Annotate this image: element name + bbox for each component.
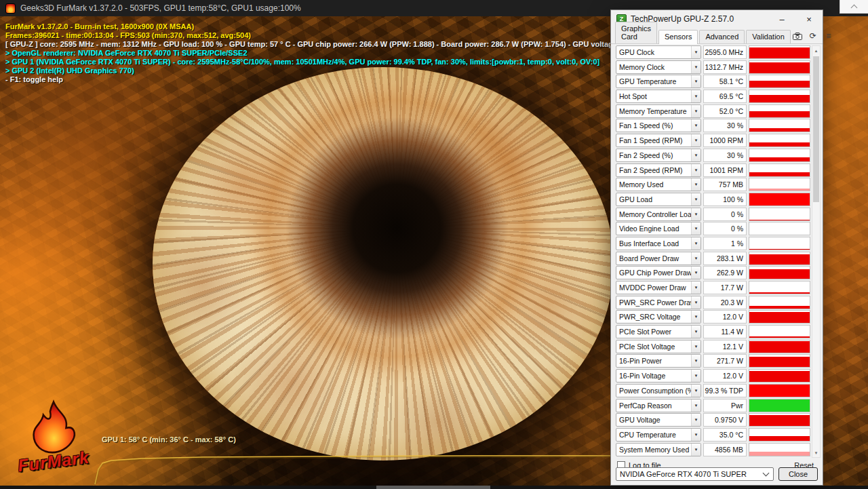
sensor-name-dropdown[interactable]: Hot Spot ▼ — [616, 90, 701, 103]
chevron-up-icon — [851, 4, 858, 11]
sensor-row: Memory Used ▼ 757 MB — [616, 178, 810, 191]
sensor-graph-fill — [749, 189, 810, 191]
sensor-name-label: Memory Temperature — [616, 107, 691, 115]
sensor-value: 4856 MB — [703, 443, 747, 456]
sensor-name-dropdown[interactable]: Power Consumption (%) ▼ — [616, 384, 701, 397]
sensor-value: 100 % — [703, 193, 747, 206]
gpu-select-value: NVIDIA GeForce RTX 4070 Ti SUPER — [620, 470, 747, 478]
sensor-row: GPU Clock ▼ 2595.0 MHz — [616, 45, 810, 59]
scrollbar-thumb[interactable] — [813, 56, 819, 202]
sensor-name-dropdown[interactable]: MVDDC Power Draw ▼ — [616, 281, 701, 294]
dropdown-arrow-icon: ▼ — [691, 90, 701, 102]
sensor-value: 283.1 W — [703, 252, 747, 265]
dropdown-arrow-icon: ▼ — [691, 444, 701, 456]
sensor-graph-fill — [749, 249, 810, 250]
vertical-scrollbar[interactable]: ▲ ▼ — [812, 45, 821, 458]
sensor-name-dropdown[interactable]: 16-Pin Voltage ▼ — [616, 369, 701, 383]
sensor-name-dropdown[interactable]: Fan 2 Speed (%) ▼ — [616, 149, 701, 162]
scroll-down-arrow-icon[interactable]: ▼ — [812, 448, 820, 457]
dropdown-arrow-icon: ▼ — [691, 105, 701, 117]
sensor-value: 20.3 W — [703, 296, 747, 309]
sensor-graph-fill — [749, 385, 810, 396]
sensor-name-dropdown[interactable]: PerfCap Reason ▼ — [616, 399, 701, 412]
tab-graphics-card[interactable]: Graphics Card — [615, 22, 657, 43]
tab-advanced[interactable]: Advanced — [699, 30, 745, 43]
sensor-value: 1 % — [703, 237, 747, 250]
sensor-row: Memory Clock ▼ 1312.7 MHz — [616, 60, 810, 74]
close-button[interactable]: Close — [778, 467, 818, 481]
refresh-icon[interactable]: ⟳ — [808, 31, 818, 41]
sensor-history-graph — [749, 237, 810, 250]
dropdown-arrow-icon: ▼ — [691, 252, 701, 265]
sensor-value: 0 % — [703, 222, 747, 235]
sensor-name-dropdown[interactable]: Memory Used ▼ — [616, 178, 701, 191]
sensor-name-dropdown[interactable]: GPU Voltage ▼ — [616, 413, 701, 427]
screenshot-camera-icon[interactable] — [792, 31, 803, 41]
sensor-name-dropdown[interactable]: Memory Clock ▼ — [616, 60, 701, 74]
sensor-name-dropdown[interactable]: GPU Clock ▼ — [616, 45, 701, 59]
gpu-temp-graph-label: GPU 1: 58° C (min: 36° C - max: 58° C) — [102, 435, 236, 444]
furmark-app-icon — [5, 3, 16, 14]
sensor-name-dropdown[interactable]: Fan 2 Speed (RPM) ▼ — [616, 163, 701, 177]
sensor-name-dropdown[interactable]: Memory Temperature ▼ — [616, 104, 701, 118]
tab-label: Validation — [752, 33, 785, 41]
scroll-up-button[interactable] — [840, 0, 868, 14]
sensor-name-dropdown[interactable]: Fan 1 Speed (%) ▼ — [616, 119, 701, 132]
sensor-name-dropdown[interactable]: GPU Chip Power Draw ▼ — [616, 266, 701, 279]
dropdown-arrow-icon: ▼ — [691, 399, 701, 412]
sensor-graph-fill — [749, 47, 810, 58]
gpuz-window: Z TechPowerUp GPU-Z 2.57.0 – × Graphics … — [610, 9, 823, 486]
sensor-name-dropdown[interactable]: PWR_SRC Voltage ▼ — [616, 310, 701, 324]
horizontal-scrollbar[interactable] — [0, 486, 868, 489]
sensor-row: GPU Voltage ▼ 0.9750 V — [616, 413, 810, 427]
sensor-name-dropdown[interactable]: GPU Load ▼ — [616, 193, 701, 206]
tab-label: Advanced — [705, 33, 738, 41]
gpuz-bottom-row: NVIDIA GeForce RTX 4070 Ti SUPER Close — [616, 467, 818, 481]
sensor-name-label: Fan 2 Speed (%) — [616, 151, 691, 159]
sensor-name-dropdown[interactable]: Bus Interface Load ▼ — [616, 237, 701, 250]
scroll-up-arrow-icon[interactable]: ▲ — [812, 46, 820, 55]
sensor-name-dropdown[interactable]: Board Power Draw ▼ — [616, 252, 701, 265]
sensor-name-dropdown[interactable]: PWR_SRC Power Draw ▼ — [616, 296, 701, 309]
sensor-row: Hot Spot ▼ 69.5 °C — [616, 90, 810, 103]
sensor-name-dropdown[interactable]: Fan 1 Speed (RPM) ▼ — [616, 134, 701, 147]
sensor-value: 1000 RPM — [703, 134, 747, 147]
sensor-value: 30 % — [703, 149, 747, 162]
sensor-graph-fill — [749, 306, 810, 308]
sensor-name-dropdown[interactable]: Memory Controller Load ▼ — [616, 208, 701, 221]
gpu-select-dropdown[interactable]: NVIDIA GeForce RTX 4070 Ti SUPER — [616, 467, 774, 481]
osd-help-line: - F1: toggle help — [5, 75, 648, 84]
sensor-name-label: GPU Clock — [616, 48, 691, 56]
sensor-graph-fill — [749, 142, 810, 146]
chevron-down-icon — [763, 470, 770, 477]
sensor-history-graph — [749, 252, 810, 265]
menu-icon[interactable]: ≡ — [823, 31, 834, 41]
minimize-button[interactable]: – — [768, 10, 795, 28]
dropdown-arrow-icon: ▼ — [691, 61, 701, 73]
sensor-name-dropdown[interactable]: System Memory Used ▼ — [616, 443, 701, 456]
sensor-name-dropdown[interactable]: GPU Temperature ▼ — [616, 75, 701, 88]
sensor-name-label: PCIe Slot Voltage — [616, 343, 691, 351]
dropdown-arrow-icon: ▼ — [691, 46, 701, 58]
sensor-graph-fill — [749, 341, 810, 353]
tab-validation[interactable]: Validation — [746, 30, 791, 43]
tab-sensors[interactable]: Sensors — [658, 30, 698, 44]
horizontal-scrollbar-thumb[interactable] — [376, 486, 490, 489]
dropdown-arrow-icon: ▼ — [691, 164, 701, 176]
sensor-graph-fill — [749, 254, 810, 265]
dropdown-arrow-icon: ▼ — [691, 267, 701, 279]
sensor-name-dropdown[interactable]: Video Engine Load ▼ — [616, 222, 701, 235]
sensor-name-dropdown[interactable]: 16-Pin Power ▼ — [616, 354, 701, 368]
dropdown-arrow-icon: ▼ — [691, 414, 701, 426]
sensor-value: 1001 RPM — [703, 163, 747, 177]
close-window-button[interactable]: × — [795, 10, 823, 28]
sensor-history-graph — [749, 208, 810, 221]
sensor-name-dropdown[interactable]: PCIe Slot Power ▼ — [616, 325, 701, 338]
sensor-name-dropdown[interactable]: PCIe Slot Voltage ▼ — [616, 340, 701, 353]
sensor-name-dropdown[interactable]: CPU Temperature ▼ — [616, 428, 701, 442]
sensor-row: Video Engine Load ▼ 0 % — [616, 222, 810, 235]
sensor-name-label: Video Engine Load — [616, 224, 691, 233]
sensor-history-graph — [749, 399, 810, 412]
flame-icon — [25, 399, 82, 457]
sensor-graph-fill — [749, 95, 810, 102]
